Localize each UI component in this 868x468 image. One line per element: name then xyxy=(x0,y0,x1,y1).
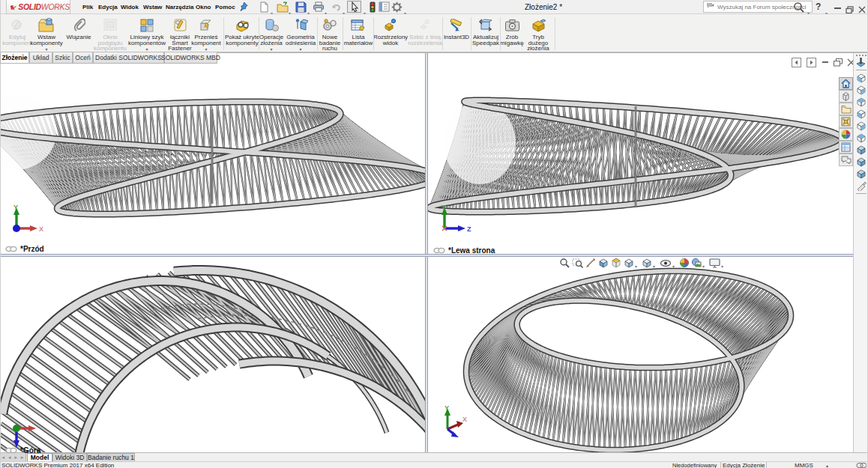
svg-text:Y: Y xyxy=(13,204,18,211)
svg-text:Y: Y xyxy=(444,405,449,412)
svg-text:Z: Z xyxy=(467,225,471,233)
svg-text:Y: Y xyxy=(441,204,446,211)
svg-text:X: X xyxy=(462,416,467,423)
svg-text:X: X xyxy=(39,225,43,233)
